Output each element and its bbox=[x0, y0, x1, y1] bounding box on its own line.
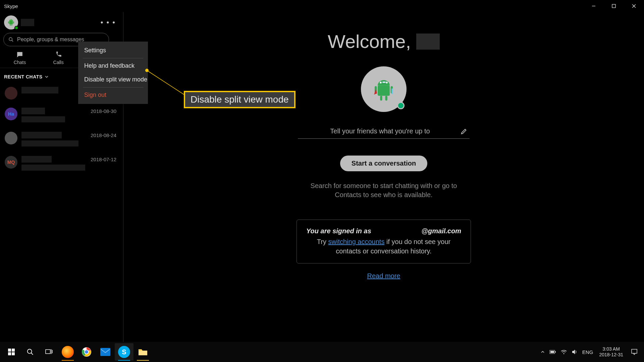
battery-icon[interactable] bbox=[549, 350, 556, 354]
menu-sign-out[interactable]: Sign out bbox=[78, 88, 148, 102]
svg-line-31 bbox=[31, 353, 33, 355]
chat-name-redacted bbox=[21, 132, 62, 138]
svg-rect-29 bbox=[12, 352, 15, 355]
svg-rect-20 bbox=[385, 96, 387, 101]
presence-indicator bbox=[14, 26, 18, 30]
system-tray: ENG bbox=[538, 349, 596, 355]
self-name-redacted bbox=[21, 19, 34, 26]
minimize-button[interactable] bbox=[584, 0, 604, 12]
svg-rect-6 bbox=[8, 21, 9, 24]
chat-avatar: Ha bbox=[5, 108, 17, 120]
svg-point-22 bbox=[386, 82, 387, 83]
search-placeholder: People, groups & messages bbox=[17, 37, 84, 43]
svg-rect-42 bbox=[555, 351, 556, 353]
chevron-down-icon bbox=[45, 75, 49, 79]
svg-rect-32 bbox=[46, 350, 50, 354]
self-avatar[interactable] bbox=[4, 15, 18, 29]
svg-rect-1 bbox=[612, 4, 615, 8]
android-avatar-icon bbox=[369, 74, 399, 104]
tab-calls-label: Calls bbox=[53, 60, 64, 65]
menu-settings[interactable]: Settings bbox=[78, 44, 148, 57]
chat-preview-redacted bbox=[21, 165, 85, 171]
tab-calls[interactable]: Calls bbox=[53, 51, 64, 65]
svg-rect-16 bbox=[378, 85, 390, 96]
callout-label: Disable split view mode bbox=[184, 91, 296, 108]
tray-chevron-up-icon[interactable] bbox=[541, 350, 545, 354]
search-icon bbox=[26, 348, 34, 356]
svg-point-44 bbox=[563, 353, 564, 354]
taskbar-skype[interactable]: S bbox=[115, 343, 133, 361]
start-button[interactable] bbox=[2, 343, 21, 361]
read-more-link[interactable]: Read more bbox=[367, 272, 400, 280]
taskbar-clock[interactable]: 3:03 AM 2018-12-31 bbox=[596, 346, 627, 358]
chat-date: 2018-07-12 bbox=[91, 157, 118, 162]
wifi-icon[interactable] bbox=[561, 350, 567, 354]
mood-message-input[interactable]: Tell your friends what you're up to bbox=[298, 127, 470, 139]
windows-icon bbox=[8, 349, 15, 355]
welcome-pane: Welcome, bbox=[123, 12, 644, 342]
chat-list-item[interactable]: Ha2018-08-30 bbox=[0, 104, 123, 128]
switching-accounts-link[interactable]: switching accounts bbox=[328, 238, 385, 245]
taskbar-chrome[interactable] bbox=[77, 343, 96, 361]
taskbar-file-explorer[interactable] bbox=[133, 343, 152, 361]
chat-preview-redacted bbox=[21, 140, 78, 146]
edit-icon[interactable] bbox=[460, 128, 468, 135]
action-center-button[interactable] bbox=[627, 343, 642, 361]
tab-chats[interactable]: Chats bbox=[14, 51, 26, 65]
chat-date: 2018-08-30 bbox=[91, 108, 118, 114]
svg-rect-9 bbox=[11, 24, 12, 25]
chat-list-item[interactable]: MQ2018-07-12 bbox=[0, 152, 123, 176]
svg-point-21 bbox=[380, 82, 381, 83]
welcome-hint: Search for someone to start chatting wit… bbox=[297, 181, 471, 199]
taskbar-mail[interactable] bbox=[96, 343, 115, 361]
chat-avatar: MQ bbox=[5, 156, 17, 169]
taskbar-search[interactable] bbox=[21, 343, 40, 361]
svg-rect-28 bbox=[8, 352, 11, 355]
chat-avatar bbox=[5, 87, 17, 100]
taskbar-taskview[interactable] bbox=[40, 343, 58, 361]
svg-point-11 bbox=[11, 20, 12, 20]
taskview-icon bbox=[45, 349, 53, 355]
menu-disable-split-view[interactable]: Disable split view mode bbox=[78, 73, 148, 86]
svg-rect-40 bbox=[139, 351, 147, 355]
mood-placeholder: Tell your friends what you're up to bbox=[300, 127, 460, 135]
svg-point-30 bbox=[28, 349, 32, 354]
svg-rect-8 bbox=[10, 24, 11, 25]
callout-leader-line bbox=[145, 69, 187, 99]
tray-language[interactable]: ENG bbox=[582, 349, 593, 355]
menu-help[interactable]: Help and feedback bbox=[78, 59, 148, 73]
svg-rect-4 bbox=[9, 21, 13, 24]
chat-list-item[interactable]: 2018-08-24 bbox=[0, 128, 123, 152]
chrome-icon bbox=[81, 347, 92, 357]
taskbar: S ENG 3:03 AM 2018-12-31 bbox=[0, 342, 644, 362]
svg-rect-23 bbox=[391, 88, 393, 94]
chat-name-redacted bbox=[21, 156, 52, 163]
close-button[interactable] bbox=[624, 0, 644, 12]
chat-name-redacted bbox=[21, 87, 58, 94]
callout-anchor-dot bbox=[145, 69, 149, 72]
welcome-name-redacted bbox=[416, 34, 440, 50]
start-conversation-button[interactable]: Start a conversation bbox=[340, 156, 427, 171]
firefox-icon bbox=[62, 346, 74, 358]
maximize-button[interactable] bbox=[604, 0, 624, 12]
more-menu-button[interactable]: • • • bbox=[97, 17, 119, 28]
taskbar-firefox[interactable] bbox=[58, 343, 77, 361]
chat-date: 2018-08-24 bbox=[91, 132, 118, 138]
window-titlebar: Skype bbox=[0, 0, 644, 12]
sidebar: • • • People, groups & messages Chats Ca… bbox=[0, 12, 123, 342]
svg-rect-27 bbox=[12, 349, 15, 352]
mail-icon bbox=[100, 348, 110, 356]
window-buttons bbox=[584, 0, 644, 12]
welcome-heading: Welcome, bbox=[328, 31, 440, 52]
search-icon bbox=[8, 37, 14, 42]
more-menu: Settings Help and feedback Disable split… bbox=[78, 42, 148, 104]
skype-icon: S bbox=[118, 346, 130, 358]
svg-rect-19 bbox=[380, 96, 382, 101]
svg-rect-45 bbox=[632, 349, 637, 353]
svg-rect-24 bbox=[382, 81, 386, 83]
window-title: Skype bbox=[4, 3, 18, 9]
profile-avatar-large[interactable] bbox=[361, 66, 407, 112]
signed-in-prefix: You are signed in as bbox=[306, 227, 371, 235]
volume-icon[interactable] bbox=[572, 349, 578, 355]
phone-icon bbox=[55, 51, 62, 58]
